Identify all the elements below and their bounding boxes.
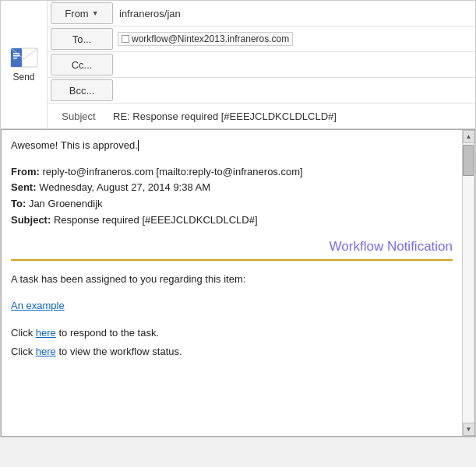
bcc-button[interactable]: Bcc... [51,79,113,101]
cc-row: Cc... [48,52,475,78]
scroll-up-arrow[interactable]: ▲ [463,130,475,143]
recipient-email: workflow@Nintex2013.infraneros.com [132,33,289,44]
subject-meta-line: Subject: Response required [#EEEJCLDKCLD… [11,212,453,229]
from-row: From ▼ [48,1,475,26]
send-panel: Send [1,1,48,128]
send-label[interactable]: Send [12,72,34,83]
status-link[interactable]: here [36,346,56,357]
email-compose-window: Send From ▼ To... workflow@ [0,0,476,437]
bcc-label: Bcc... [69,85,95,97]
subject-input[interactable] [110,107,475,125]
approved-text: Awesome! This is approved. [11,138,453,153]
to-meta-value: Jan Groenendijk [29,198,103,209]
cc-input[interactable] [116,56,475,74]
task-text: A task has been assigned to you regardin… [11,272,453,287]
scroll-down-arrow[interactable]: ▼ [463,423,475,436]
status-line: Click here to view the workflow status. [11,342,453,360]
subject-label: Subject [48,111,110,122]
divider-line [11,259,453,261]
send-icon [10,47,38,68]
cc-label: Cc... [72,59,93,71]
to-field-area: workflow@Nintex2013.infraneros.com [116,30,475,47]
subject-row: Subject [48,104,475,128]
sent-meta-value: Wednesday, August 27, 2014 9:38 AM [39,181,210,193]
scrollbar-track: ▲ ▼ [462,130,474,436]
fields-area: From ▼ To... workflow@Nintex2013.infrane… [48,1,475,128]
bcc-row: Bcc... [48,78,475,104]
from-button[interactable]: From ▼ [51,2,113,24]
sent-meta-line: Sent: Wednesday, August 27, 2014 9:38 AM [11,180,453,196]
respond-prefix: Click [11,327,36,339]
recipient-checkbox [122,35,129,43]
example-link[interactable]: An example [11,298,453,314]
text-cursor [138,140,139,151]
email-meta: From: reply-to@infraneros.com [mailto:re… [11,164,453,229]
subject-meta-label: Subject: [11,214,51,226]
click-links-area: Click here to respond to the task. Click… [11,324,453,360]
from-meta-value: reply-to@infraneros.com [mailto:reply-to… [42,166,302,177]
from-meta-label: From: [11,166,40,177]
to-meta-label: To: [11,198,26,209]
scroll-thumb-area [463,143,474,423]
svg-rect-3 [13,55,19,57]
svg-rect-2 [13,53,19,54]
svg-rect-4 [13,58,17,59]
to-button[interactable]: To... [51,28,113,50]
cc-button[interactable]: Cc... [51,54,113,75]
to-row: To... workflow@Nintex2013.infraneros.com [48,26,475,52]
respond-suffix: to respond to the task. [56,327,159,339]
status-prefix: Click [11,346,36,357]
subject-meta-value: Response required [#EEEJCLDKCLDLCLD#] [54,214,258,226]
email-body-area: Awesome! This is approved. From: reply-t… [1,129,475,437]
from-dropdown-arrow: ▼ [92,9,99,17]
status-suffix: to view the workflow status. [56,346,182,357]
sent-meta-label: Sent: [11,181,37,193]
respond-link[interactable]: here [36,327,56,339]
from-input[interactable] [116,5,475,23]
workflow-notification-heading: Workflow Notification [11,237,453,257]
to-label: To... [72,33,92,45]
respond-line: Click here to respond to the task. [11,324,453,342]
bcc-input[interactable] [116,82,475,100]
from-label: From [65,8,88,19]
from-meta-line: From: reply-to@infraneros.com [mailto:re… [11,164,453,181]
to-meta-line: To: Jan Groenendijk [11,196,453,212]
email-header: Send From ▼ To... workflow@ [1,1,475,129]
scroll-thumb[interactable] [463,145,474,176]
recipient-tag[interactable]: workflow@Nintex2013.infraneros.com [118,32,293,46]
email-body-content[interactable]: Awesome! This is approved. From: reply-t… [2,130,462,436]
workflow-notification-text: Workflow Notification [330,239,453,254]
